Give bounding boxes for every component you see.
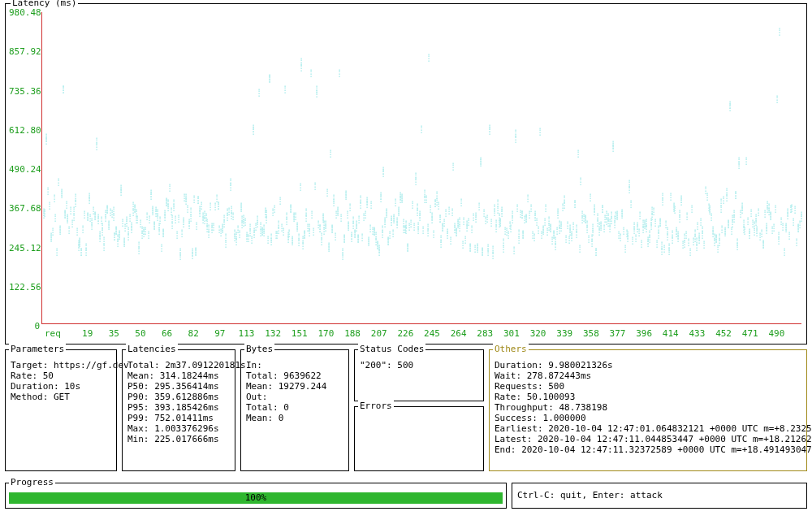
chart-point: ⢸ xyxy=(459,241,464,248)
chart-point: ⢸ xyxy=(133,216,139,223)
chart-point: ⢸ xyxy=(149,206,154,213)
chart-point: ⢸ xyxy=(793,239,798,245)
chart-point: ⢸ xyxy=(445,207,451,214)
param-duration: Duration: 10s xyxy=(11,381,111,392)
bytes-box: Bytes In: Total: 9639622 Mean: 19279.244… xyxy=(240,349,349,471)
chart-point: ⢸ xyxy=(554,209,559,215)
chart-point: ⢸ xyxy=(234,226,240,232)
chart-point: ⢸ xyxy=(531,214,537,220)
chart-point: ⢸ xyxy=(706,207,711,214)
chart-point: ⢸ xyxy=(677,196,683,202)
chart-point: ⢸ xyxy=(404,245,409,251)
chart-point: ⢸ xyxy=(135,247,140,254)
progress-legend: Progress xyxy=(9,477,55,488)
chart-point: ⢸ xyxy=(762,223,768,230)
chart-point: ⢸ xyxy=(300,232,306,238)
chart-point: ⢸ xyxy=(223,214,229,220)
errors-legend: Errors xyxy=(358,401,394,411)
chart-point: ⢸ xyxy=(168,222,174,228)
chart-point: ⢸ xyxy=(387,219,393,225)
chart-point: ⢸ xyxy=(468,226,473,232)
chart-point: ⢸ xyxy=(624,235,629,241)
chart-point: ⢸ xyxy=(721,228,727,234)
chart-point: ⢸ xyxy=(147,193,153,199)
chart-point: ⢸ xyxy=(135,242,140,249)
chart-point: ⢸ xyxy=(641,222,646,228)
chart-point: ⢸ xyxy=(325,243,330,249)
chart-point: ⢸ xyxy=(648,207,654,214)
chart-point: ⢸ xyxy=(123,219,128,226)
chart-point: ⢸ xyxy=(581,216,587,223)
chart-point: ⢸ xyxy=(440,219,446,226)
chart-xtick: 132 xyxy=(265,328,281,339)
chart-point: ⢸ xyxy=(317,233,323,240)
chart-point: ⢸ xyxy=(490,209,496,215)
chart-point: ⢸ xyxy=(454,219,460,226)
chart-point: ⢸ xyxy=(543,228,549,235)
chart-point: ⢸ xyxy=(102,210,107,217)
chart-point: ⢸ xyxy=(278,224,283,231)
chart-point: ⢸ xyxy=(752,219,758,225)
chart-point: ⢸ xyxy=(735,162,741,168)
chart-point: ⢸ xyxy=(145,216,151,223)
chart-point: ⢸ xyxy=(194,197,200,203)
chart-point: ⢸ xyxy=(84,213,89,219)
chart-point: ⢸ xyxy=(782,225,788,232)
chart-point: ⢸ xyxy=(719,197,725,203)
chart-point: ⢸ xyxy=(553,228,559,234)
chart-point: ⢸ xyxy=(129,202,135,209)
chart-point: ⢸ xyxy=(797,212,803,219)
help-box: Ctrl-C: quit, Enter: attack xyxy=(512,483,807,509)
chart-point: ⢸ xyxy=(794,224,800,231)
chart-point: ⢸ xyxy=(112,227,118,233)
chart-point: ⢸ xyxy=(728,228,733,234)
chart-point: ⢸ xyxy=(192,249,197,255)
chart-point: ⢸ xyxy=(416,211,421,218)
chart-point: ⢸ xyxy=(249,128,255,134)
chart-point: ⢸ xyxy=(443,232,449,238)
chart-point: ⢸ xyxy=(196,210,201,216)
chart-point: ⢸ xyxy=(307,70,313,76)
chart-point: ⢸ xyxy=(201,217,206,223)
chart-point: ⢸ xyxy=(402,221,408,228)
chart-point: ⢸ xyxy=(555,227,561,233)
chart-point: ⢸ xyxy=(334,209,339,215)
chart-point: ⢸ xyxy=(615,232,620,238)
chart-point: ⢸ xyxy=(588,240,594,246)
chart-xtick: 490 xyxy=(768,328,784,339)
chart-point: ⢸ xyxy=(152,210,158,216)
param-rate: Rate: 50 xyxy=(11,370,111,381)
chart-point: ⢸ xyxy=(218,226,224,232)
chart-point: ⢸ xyxy=(710,234,716,240)
others-box: Others Duration: 9.980021326s Wait: 278.… xyxy=(489,349,807,471)
chart-point: ⢸ xyxy=(143,213,149,219)
chart-xtick: 245 xyxy=(424,328,440,339)
chart-point: ⢸ xyxy=(349,222,355,228)
chart-point: ⢸ xyxy=(724,221,730,228)
chart-point: ⢸ xyxy=(580,214,585,221)
chart-point: ⢸ xyxy=(641,220,646,227)
parameters-box: Parameters Target: https://gf.dev Rate: … xyxy=(5,349,117,471)
chart-ytick: 367.68 xyxy=(9,203,40,214)
chart-point: ⢸ xyxy=(45,202,51,209)
chart-point: ⢸ xyxy=(351,230,356,236)
chart-point: ⢸ xyxy=(637,240,643,247)
chart-ytick: 490.24 xyxy=(9,164,40,175)
chart-point: ⢸ xyxy=(648,213,654,219)
chart-point: ⢸ xyxy=(630,227,636,233)
chart-point: ⢸ xyxy=(407,220,412,227)
chart-point: ⢸ xyxy=(82,249,88,255)
chart-point: ⢸ xyxy=(512,130,517,136)
chart-point: ⢸ xyxy=(50,195,56,202)
chart-point: ⢸ xyxy=(566,228,572,235)
chart-point: ⢸ xyxy=(323,189,329,196)
chart-point: ⢸ xyxy=(331,233,337,240)
chart-point: ⢸ xyxy=(765,208,771,214)
chart-point: ⢸ xyxy=(295,239,300,245)
chart-xtick: 35 xyxy=(109,328,119,339)
chart-xtick: 301 xyxy=(503,328,520,339)
chart-point: ⢸ xyxy=(668,236,674,243)
chart-point: ⢸ xyxy=(249,125,255,132)
chart-point: ⢸ xyxy=(512,136,517,142)
chart-point: ⢸ xyxy=(316,225,322,232)
